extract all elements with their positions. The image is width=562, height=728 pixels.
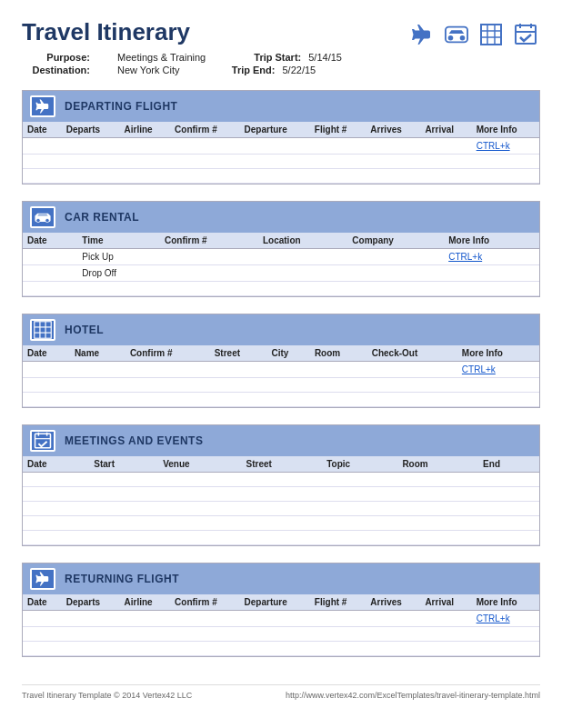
- trip-start-group: Trip Start: 5/14/15: [233, 52, 342, 63]
- col-confirm: Confirm #: [125, 345, 210, 362]
- col-room: Room: [397, 456, 478, 473]
- col-flight: Flight #: [310, 594, 366, 611]
- page-footer: Travel Itinerary Template © 2014 Vertex4…: [22, 684, 540, 700]
- table-row: [23, 155, 539, 169]
- page-title: Travel Itinerary: [22, 18, 342, 46]
- car-rental-title: CAR RENTAL: [65, 211, 139, 224]
- returning-flight-title: RETURNING FLIGHT: [65, 573, 179, 585]
- pickup-label: Pick Up: [82, 252, 113, 262]
- departing-flight-table: Date Departs Airline Confirm # Departure…: [23, 122, 539, 184]
- table-row: [23, 627, 539, 642]
- header-icons: [407, 22, 540, 47]
- svg-rect-8: [516, 25, 536, 44]
- table-row: [23, 642, 539, 656]
- svg-point-1: [448, 35, 454, 41]
- table-row: [23, 473, 539, 487]
- col-departure: Departure: [240, 122, 310, 138]
- hotel-table: Date Name Confirm # Street City Room Che…: [23, 345, 539, 407]
- car-header-icon: [442, 22, 471, 47]
- trip-start-label: Trip Start:: [233, 52, 301, 63]
- departing-ctrl-link[interactable]: CTRL+k: [477, 141, 510, 151]
- purpose-value: Meetings & Training: [117, 52, 206, 63]
- col-confirm: Confirm #: [170, 122, 240, 138]
- table-row: Drop Off: [23, 265, 539, 282]
- col-name: Name: [70, 345, 125, 362]
- footer-left: Travel Itinerary Template © 2014 Vertex4…: [22, 691, 192, 700]
- table-row: [23, 502, 539, 516]
- meetings-icon: [30, 430, 55, 452]
- meetings-table: Date Start Venue Street Topic Room End: [23, 456, 539, 545]
- table-row: CTRL+k: [23, 611, 539, 627]
- hotel-title: HOTEL: [65, 324, 104, 336]
- col-start: Start: [89, 456, 158, 473]
- returning-flight-header-row: Date Departs Airline Confirm # Departure…: [23, 594, 539, 611]
- departing-flight-icon: [30, 95, 55, 117]
- meta-destination-row: Destination: New York City Trip End: 5/2…: [22, 65, 342, 75]
- col-departs: Departs: [62, 594, 120, 611]
- destination-value: New York City: [117, 65, 179, 75]
- table-row: [23, 282, 539, 296]
- col-date: Date: [23, 233, 77, 249]
- table-row: CTRL+k: [23, 362, 539, 378]
- trip-start-value: 5/14/15: [308, 52, 342, 63]
- col-date: Date: [23, 456, 89, 473]
- col-date: Date: [23, 594, 62, 611]
- car-rental-table: Date Time Confirm # Location Company Mor…: [23, 233, 539, 296]
- car-rental-section: CAR RENTAL Date Time Confirm # Location …: [22, 201, 540, 297]
- hotel-header-icon: [477, 22, 506, 47]
- svg-rect-3: [481, 25, 501, 45]
- col-moreinfo: More Info: [457, 345, 539, 362]
- hotel-header-row: Date Name Confirm # Street City Room Che…: [23, 345, 539, 362]
- destination-label: Destination:: [22, 65, 90, 75]
- returning-flight-header: RETURNING FLIGHT: [23, 563, 539, 594]
- col-airline: Airline: [120, 594, 171, 611]
- trip-end-label: Trip End:: [206, 65, 275, 75]
- table-row: [23, 393, 539, 407]
- departing-flight-title: DEPARTING FLIGHT: [65, 100, 177, 113]
- meetings-header-row: Date Start Venue Street Topic Room End: [23, 456, 539, 473]
- returning-flight-section: RETURNING FLIGHT Date Departs Airline Co…: [22, 563, 540, 657]
- col-moreinfo: More Info: [472, 122, 539, 138]
- car-ctrl-link[interactable]: CTRL+k: [448, 252, 482, 262]
- col-end: End: [478, 456, 539, 473]
- col-airline: Airline: [120, 122, 171, 138]
- col-confirm: Confirm #: [170, 594, 240, 611]
- col-arrival: Arrival: [420, 594, 471, 611]
- trip-end-group: Trip End: 5/22/15: [206, 65, 316, 75]
- svg-rect-14: [35, 322, 51, 338]
- col-city: City: [267, 345, 310, 362]
- table-row: [23, 516, 539, 531]
- meetings-section: MEETINGS AND EVENTS Date Start Venue Str…: [22, 424, 540, 546]
- dropoff-label: Drop Off: [82, 268, 116, 278]
- col-topic: Topic: [322, 456, 397, 473]
- col-confirm: Confirm #: [160, 233, 258, 249]
- table-row: [23, 169, 539, 184]
- returning-flight-icon: [30, 568, 55, 590]
- svg-rect-0: [446, 27, 467, 43]
- purpose-label: Purpose:: [22, 52, 90, 63]
- hotel-ctrl-link[interactable]: CTRL+k: [462, 364, 496, 374]
- col-time: Time: [77, 233, 160, 249]
- table-row: [23, 378, 539, 393]
- departing-flight-section: DEPARTING FLIGHT Date Departs Airline Co…: [22, 90, 540, 184]
- car-rental-header-row: Date Time Confirm # Location Company Mor…: [23, 233, 539, 249]
- col-company: Company: [347, 233, 444, 249]
- hotel-header: HOTEL: [23, 314, 539, 345]
- svg-point-12: [36, 218, 40, 222]
- table-row: Pick Up CTRL+k: [23, 249, 539, 265]
- hotel-icon: [30, 319, 55, 341]
- col-date: Date: [23, 345, 70, 362]
- trip-end-value: 5/22/15: [282, 65, 316, 75]
- plane-header-icon: [407, 22, 437, 47]
- meeting-header-icon: [511, 22, 540, 47]
- col-street: Street: [242, 456, 323, 473]
- header-meta: Purpose: Meetings & Training Trip Start:…: [22, 52, 342, 75]
- footer-right: http://www.vertex42.com/ExcelTemplates/t…: [286, 691, 540, 700]
- departing-flight-header-row: Date Departs Airline Confirm # Departure…: [23, 122, 539, 138]
- col-moreinfo: More Info: [444, 233, 539, 249]
- returning-ctrl-link[interactable]: CTRL+k: [477, 613, 510, 623]
- svg-point-13: [45, 218, 49, 222]
- meetings-header: MEETINGS AND EVENTS: [23, 425, 539, 456]
- meta-purpose-row: Purpose: Meetings & Training Trip Start:…: [22, 52, 342, 63]
- col-flight: Flight #: [310, 122, 366, 138]
